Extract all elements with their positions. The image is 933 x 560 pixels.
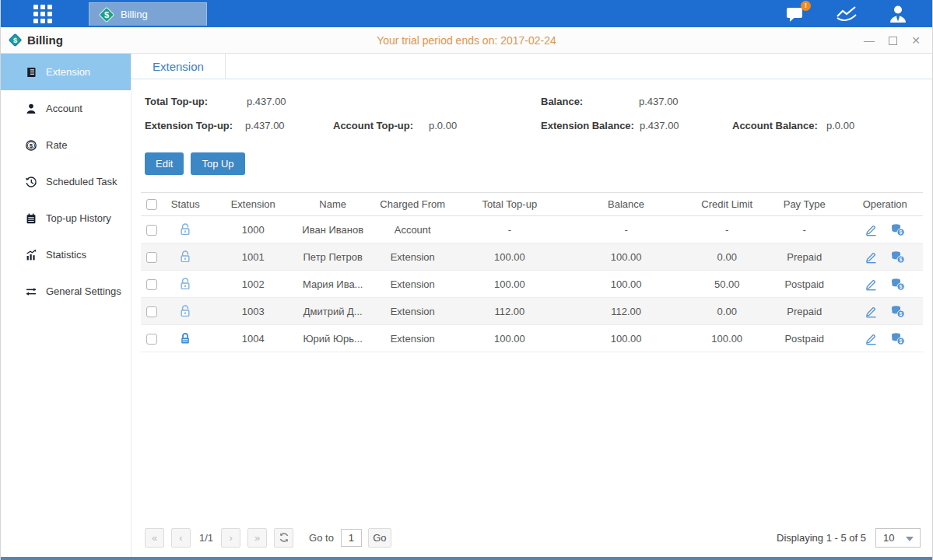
select-all-checkbox[interactable] <box>146 199 157 210</box>
svg-text:$: $ <box>900 338 903 345</box>
user-account-button[interactable] <box>887 4 909 24</box>
pagination-bar: « ‹ 1/1 › » Go to Go <box>141 524 923 557</box>
tab-extension[interactable]: Extension <box>132 54 226 79</box>
top-up-icon[interactable]: $ <box>890 278 905 291</box>
status-unlocked-icon <box>178 250 192 264</box>
charged-from: Extension <box>366 278 459 290</box>
page-size-select[interactable]: 10 <box>875 528 921 548</box>
sidebar: Extension Account $ Rate <box>1 54 132 557</box>
col-pay-type: Pay Type <box>762 198 847 210</box>
sidebar-item-label: Statistics <box>46 249 86 261</box>
row-checkbox[interactable] <box>146 225 157 236</box>
pay-type: Postpaid <box>762 333 847 345</box>
status-unlocked-icon <box>178 277 192 291</box>
refresh-button[interactable] <box>274 528 293 548</box>
status-unlocked-icon <box>178 304 192 318</box>
chevron-down-icon <box>906 537 914 541</box>
col-extension: Extension <box>206 198 300 210</box>
sidebar-item-account[interactable]: Account <box>1 90 131 127</box>
close-icon[interactable]: ✕ <box>910 35 921 46</box>
balance-label: Balance: <box>541 96 583 107</box>
taskbar-tab-billing[interactable]: $ Billing <box>89 2 207 26</box>
prev-page-button[interactable]: ‹ <box>171 528 191 548</box>
trial-period-message: Your trial period ends on: 2017-02-24 <box>1 34 932 47</box>
status-unlocked-icon <box>178 222 192 236</box>
goto-label: Go to <box>309 532 334 544</box>
row-checkbox[interactable] <box>146 252 157 263</box>
col-status: Status <box>164 198 206 210</box>
sidebar-item-topup-history[interactable]: Top-up History <box>1 200 131 236</box>
total-topup: 100.00 <box>459 278 560 290</box>
extension-name: Дмитрий Д... <box>300 306 366 317</box>
row-checkbox[interactable] <box>146 306 157 317</box>
sidebar-item-general-settings[interactable]: General Settings <box>1 273 131 310</box>
edit-icon[interactable] <box>865 223 878 236</box>
top-up-button[interactable]: Top Up <box>191 152 244 175</box>
top-up-icon[interactable]: $ <box>890 223 905 236</box>
edit-icon[interactable] <box>865 250 878 264</box>
go-button[interactable]: Go <box>368 528 391 548</box>
table-row[interactable]: 1000 Иван Иванов Account - - - - $ <box>141 216 923 243</box>
top-up-icon[interactable]: $ <box>890 250 905 264</box>
credit-limit: 0.00 <box>693 306 762 317</box>
extension-book-icon <box>25 66 37 79</box>
last-page-button[interactable]: » <box>247 528 267 548</box>
extension-topup-label: Extension Top-up: <box>145 120 233 131</box>
pay-type: Prepaid <box>762 251 847 263</box>
history-clock-icon <box>25 176 37 188</box>
svg-text:$: $ <box>104 9 109 19</box>
top-up-icon[interactable]: $ <box>890 305 905 318</box>
col-name: Name <box>300 198 366 210</box>
total-topup: 100.00 <box>459 333 560 345</box>
table-row[interactable]: 1002 Мария Ива... Extension 100.00 100.0… <box>141 271 923 298</box>
extension-balance-label: Extension Balance: <box>541 120 634 131</box>
top-up-icon[interactable]: $ <box>890 332 905 345</box>
sidebar-item-scheduled-task[interactable]: Scheduled Task <box>1 163 131 200</box>
pay-type: - <box>762 224 847 236</box>
monitor-button[interactable] <box>836 4 858 24</box>
edit-icon[interactable] <box>865 305 878 318</box>
table-row[interactable]: 1001 Петр Петров Extension 100.00 100.00… <box>141 243 923 271</box>
goto-page-input[interactable] <box>341 529 362 547</box>
edit-icon[interactable] <box>865 278 878 291</box>
sidebar-item-rate[interactable]: $ Rate <box>1 127 131 163</box>
next-page-button[interactable]: › <box>221 528 240 548</box>
app-grid-icon[interactable] <box>30 0 56 27</box>
page-size-value: 10 <box>883 532 894 544</box>
total-topup-label: Total Top-up: <box>145 96 208 107</box>
edit-icon[interactable] <box>865 332 878 345</box>
window-titlebar: $ Billing Your trial period ends on: 201… <box>1 27 932 54</box>
row-checkbox[interactable] <box>146 334 157 345</box>
first-page-button[interactable]: « <box>145 528 164 548</box>
account-balance-label: Account Balance: <box>732 120 818 131</box>
displaying-text: Displaying 1 - 5 of 5 <box>777 532 866 544</box>
credit-limit: - <box>693 224 762 236</box>
extension-number: 1004 <box>206 333 300 345</box>
sidebar-item-extension[interactable]: Extension <box>1 54 131 90</box>
sidebar-item-statistics[interactable]: Statistics <box>1 236 131 273</box>
minimize-icon[interactable]: — <box>864 35 875 46</box>
balance: 100.00 <box>560 251 693 263</box>
credit-limit: 100.00 <box>693 333 762 345</box>
pay-type: Prepaid <box>762 306 847 317</box>
table-row[interactable]: 1004 Юрий Юрь... Extension 100.00 100.00… <box>141 325 923 352</box>
svg-text:$: $ <box>30 142 33 149</box>
messages-button[interactable]: ! <box>784 4 806 24</box>
balance-summary: Total Top-up: p.437.00 Balance: p.437.00… <box>141 79 923 151</box>
total-topup: 100.00 <box>459 251 560 263</box>
col-credit-limit: Credit Limit <box>693 198 762 210</box>
extension-name: Иван Иванов <box>300 224 366 236</box>
ledger-icon <box>25 212 37 225</box>
row-checkbox[interactable] <box>146 279 157 290</box>
table-body: 1000 Иван Иванов Account - - - - $ <box>141 216 923 352</box>
edit-button[interactable]: Edit <box>145 152 184 175</box>
col-charged-from: Charged From <box>366 198 459 210</box>
page-indicator: 1/1 <box>199 532 213 544</box>
table-row[interactable]: 1003 Дмитрий Д... Extension 112.00 112.0… <box>141 298 923 325</box>
account-topup-label: Account Top-up: <box>333 120 413 131</box>
maximize-icon[interactable] <box>889 37 897 45</box>
taskbar-tab-label: Billing <box>121 9 148 20</box>
extension-number: 1000 <box>206 224 300 236</box>
credit-limit: 50.00 <box>693 278 762 290</box>
col-balance: Balance <box>560 198 693 210</box>
